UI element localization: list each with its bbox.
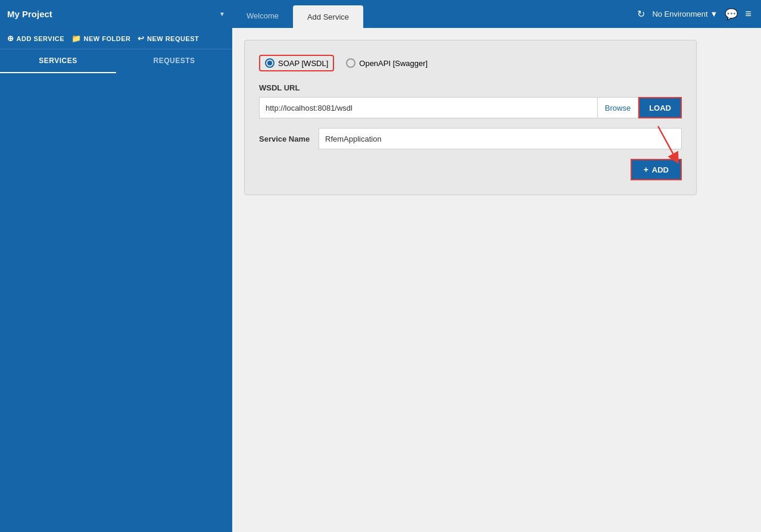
add-service-form: SOAP [WSDL] OpenAPI [Swagger] WSDL URL B… [244, 40, 697, 195]
openapi-label: OpenAPI [Swagger] [359, 59, 428, 68]
browse-button[interactable]: Browse [598, 97, 638, 118]
service-name-input[interactable] [319, 128, 682, 149]
add-button-label: ADD [652, 165, 669, 174]
service-name-label: Service Name [259, 134, 319, 143]
new-folder-button[interactable]: 📁 NEW FOLDER [71, 34, 130, 43]
new-request-label: NEW REQUEST [147, 35, 199, 42]
soap-wsdl-label: SOAP [WSDL] [278, 59, 328, 68]
tab-bar: Welcome Add Service [232, 0, 637, 28]
new-folder-label: NEW FOLDER [83, 35, 130, 42]
new-request-icon: ↩ [138, 34, 145, 43]
load-button[interactable]: LOAD [638, 97, 682, 118]
tab-welcome[interactable]: Welcome [232, 5, 293, 28]
refresh-icon[interactable]: ↻ [637, 8, 645, 20]
sidebar-tab-services[interactable]: SERVICES [0, 49, 116, 73]
add-button[interactable]: + ADD [631, 159, 682, 180]
project-title[interactable]: My Project ▼ [0, 0, 232, 28]
wsdl-url-input[interactable] [259, 97, 598, 118]
env-label: No Environment [652, 10, 707, 18]
sidebar-content [0, 73, 232, 532]
top-bar-right: ↻ No Environment ▼ 💬 ≡ [637, 8, 761, 21]
add-service-label: ADD SERVICE [17, 35, 64, 42]
environment-selector[interactable]: No Environment ▼ [652, 10, 718, 18]
plus-icon: + [644, 165, 648, 174]
sidebar-actions: ⊕ ADD SERVICE 📁 NEW FOLDER ↩ NEW REQUEST [0, 28, 232, 49]
env-dropdown-arrow: ▼ [710, 10, 718, 18]
chat-icon[interactable]: 💬 [725, 8, 738, 21]
add-service-icon: ⊕ [7, 34, 14, 43]
add-service-button[interactable]: ⊕ ADD SERVICE [7, 34, 64, 43]
openapi-radio[interactable] [346, 58, 355, 68]
soap-wsdl-radio[interactable] [265, 58, 275, 68]
url-input-row: Browse LOAD [259, 97, 682, 118]
main-content: SOAP [WSDL] OpenAPI [Swagger] WSDL URL B… [232, 28, 761, 532]
new-request-button[interactable]: ↩ NEW REQUEST [138, 34, 199, 43]
add-button-row: + ADD [259, 159, 682, 180]
menu-icon[interactable]: ≡ [745, 8, 751, 20]
tab-add-service[interactable]: Add Service [293, 5, 363, 28]
new-folder-icon: 📁 [71, 34, 82, 43]
wsdl-url-label: WSDL URL [259, 83, 682, 92]
service-name-row: Service Name [259, 128, 682, 149]
project-name-text: My Project [7, 9, 52, 19]
sidebar-tab-requests[interactable]: REQUESTS [116, 49, 232, 73]
service-type-radio-group: SOAP [WSDL] OpenAPI [Swagger] [259, 55, 682, 71]
openapi-option[interactable]: OpenAPI [Swagger] [346, 58, 428, 68]
annotation-container: + ADD [259, 159, 682, 180]
sidebar-tabs: SERVICES REQUESTS [0, 49, 232, 73]
project-dropdown-arrow: ▼ [219, 11, 225, 17]
soap-wsdl-option[interactable]: SOAP [WSDL] [259, 55, 334, 71]
sidebar: ⊕ ADD SERVICE 📁 NEW FOLDER ↩ NEW REQUEST… [0, 28, 232, 532]
